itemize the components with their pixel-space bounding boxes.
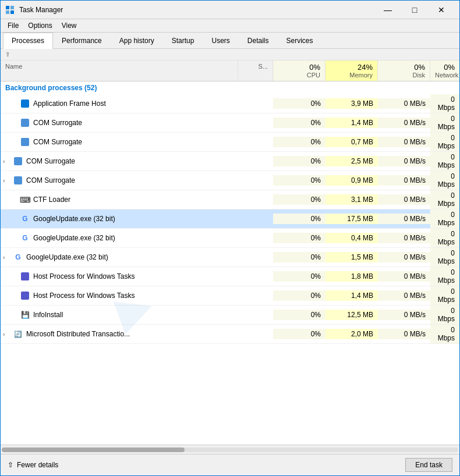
col-memory[interactable]: 24% Memory — [325, 61, 378, 81]
process-memory: 1,4 MB — [325, 118, 378, 128]
section-background-processes: Background processes (52) — [1, 81, 459, 94]
process-icon — [20, 137, 30, 147]
process-name: ⌨ CTF Loader — [1, 194, 238, 205]
table-row[interactable]: G GoogleUpdate.exe (32 bit) 0% 0,4 MB 0 … — [1, 229, 459, 248]
table-header: Name S... 0% CPU 24% Memory 0% Disk 0% N… — [1, 61, 459, 81]
process-cpu: 0% — [273, 271, 325, 282]
expand-icon[interactable]: › — [3, 158, 10, 165]
scrollbar-thumb[interactable] — [2, 447, 185, 452]
process-network: 0 Mbps — [430, 306, 459, 324]
process-status — [238, 179, 273, 182]
table-row[interactable]: Application Frame Host 0% 3,9 MB 0 MB/s … — [1, 94, 459, 113]
process-icon — [13, 157, 23, 166]
process-name-label: COM Surrogate — [33, 138, 82, 146]
task-manager-window: Task Manager — □ ✕ File Options View Pro… — [0, 0, 460, 476]
process-status — [238, 160, 273, 162]
table-row[interactable]: ⌨ CTF Loader 0% 3,1 MB 0 MB/s 0 Mbps — [1, 190, 459, 209]
table-row[interactable]: Host Process for Windows Tasks 0% 1,4 MB… — [1, 286, 459, 306]
process-memory: 2,5 MB — [325, 156, 378, 166]
process-list[interactable]: ▶ Background processes (52) Application … — [1, 81, 459, 445]
horizontal-scrollbar[interactable] — [1, 445, 459, 454]
table-row[interactable]: › 🔄 Microsoft Distributed Transactio... … — [1, 325, 459, 344]
process-icon — [20, 272, 30, 281]
fewer-details-label: Fewer details — [17, 461, 58, 469]
process-cpu: 0% — [273, 329, 325, 339]
expand-icon[interactable]: › — [3, 254, 10, 261]
process-cpu: 0% — [273, 194, 325, 205]
close-button[interactable]: ✕ — [428, 1, 455, 19]
menu-options[interactable]: Options — [23, 20, 56, 31]
minimize-button[interactable]: — — [374, 1, 401, 19]
process-network: 0 Mbps — [430, 152, 459, 170]
expand-icon[interactable]: › — [3, 177, 10, 184]
process-memory: 0,7 MB — [325, 137, 378, 147]
process-cpu: 0% — [273, 118, 325, 128]
process-memory: 2,0 MB — [325, 329, 378, 339]
sort-cpu — [273, 49, 325, 60]
table-row[interactable]: Host Process for Windows Tasks 0% 1,8 MB… — [1, 267, 459, 286]
process-name: › COM Surrogate — [1, 175, 238, 186]
tab-users[interactable]: Users — [203, 33, 238, 49]
tab-startup[interactable]: Startup — [163, 33, 203, 49]
expand-icon[interactable]: › — [3, 331, 10, 338]
process-memory: 12,5 MB — [325, 310, 378, 320]
sort-memory — [325, 49, 378, 60]
fewer-details-button[interactable]: ⇧ Fewer details — [8, 461, 58, 469]
process-network: 0 Mbps — [430, 325, 459, 343]
process-rows-container: Application Frame Host 0% 3,9 MB 0 MB/s … — [1, 94, 459, 344]
process-network: 0 Mbps — [430, 229, 459, 247]
process-memory: 17,5 MB — [325, 214, 378, 224]
svg-rect-0 — [6, 6, 9, 9]
sort-status — [238, 49, 273, 60]
process-disk: 0 MB/s — [378, 329, 430, 339]
scrollbar-track — [2, 447, 458, 452]
process-memory: 1,4 MB — [325, 290, 378, 301]
table-row[interactable]: › G GoogleUpdate.exe (32 bit) 0% 1,5 MB … — [1, 248, 459, 267]
menu-file[interactable]: File — [3, 20, 23, 31]
tab-processes[interactable]: Processes — [3, 33, 53, 49]
process-status — [238, 102, 273, 105]
process-icon — [20, 99, 30, 108]
process-name-label: COM Surrogate — [33, 119, 82, 127]
tab-details[interactable]: Details — [239, 33, 278, 49]
col-status[interactable]: S... — [238, 61, 273, 81]
col-disk[interactable]: 0% Disk — [378, 61, 430, 81]
table-row[interactable]: › COM Surrogate 0% 2,5 MB 0 MB/s 0 Mbps — [1, 152, 459, 171]
col-network[interactable]: 0% Network — [430, 61, 459, 81]
tab-app-history[interactable]: App history — [111, 33, 163, 49]
table-row[interactable]: COM Surrogate 0% 1,4 MB 0 MB/s 0 Mbps — [1, 113, 459, 133]
process-status — [238, 237, 273, 239]
process-cpu: 0% — [273, 214, 325, 224]
process-disk: 0 MB/s — [378, 194, 430, 205]
table-row[interactable]: › COM Surrogate 0% 0,9 MB 0 MB/s 0 Mbps — [1, 171, 459, 190]
process-network: 0 Mbps — [430, 209, 459, 228]
process-network: 0 Mbps — [430, 267, 459, 286]
process-status — [238, 275, 273, 278]
process-disk: 0 MB/s — [378, 252, 430, 262]
tab-services[interactable]: Services — [278, 33, 322, 49]
menu-view[interactable]: View — [57, 20, 82, 31]
col-cpu[interactable]: 0% CPU — [273, 61, 325, 81]
window-controls: — □ ✕ — [374, 1, 455, 19]
process-disk: 0 MB/s — [378, 271, 430, 282]
process-name: Host Process for Windows Tasks — [1, 290, 238, 301]
process-network: 0 Mbps — [430, 113, 459, 132]
process-name: 💾 InfoInstall — [1, 309, 238, 321]
process-icon: G — [13, 253, 23, 262]
table-row[interactable]: 💾 InfoInstall 0% 12,5 MB 0 MB/s 0 Mbps — [1, 306, 459, 325]
process-status — [238, 198, 273, 201]
end-task-button[interactable]: End task — [405, 458, 452, 472]
process-status — [238, 122, 273, 124]
tab-bar: Processes Performance App history Startu… — [1, 33, 459, 49]
process-cpu: 0% — [273, 310, 325, 320]
table-row[interactable]: G GoogleUpdate.exe (32 bit) 0% 17,5 MB 0… — [1, 209, 459, 229]
process-disk: 0 MB/s — [378, 233, 430, 243]
app-icon — [5, 5, 15, 15]
col-name[interactable]: Name — [1, 61, 238, 81]
maximize-button[interactable]: □ — [401, 1, 428, 19]
process-icon — [13, 176, 23, 185]
table-row[interactable]: COM Surrogate 0% 0,7 MB 0 MB/s 0 Mbps — [1, 133, 459, 152]
tab-performance[interactable]: Performance — [53, 33, 111, 49]
process-network: 0 Mbps — [430, 94, 459, 113]
process-name-label: Host Process for Windows Tasks — [33, 272, 135, 280]
